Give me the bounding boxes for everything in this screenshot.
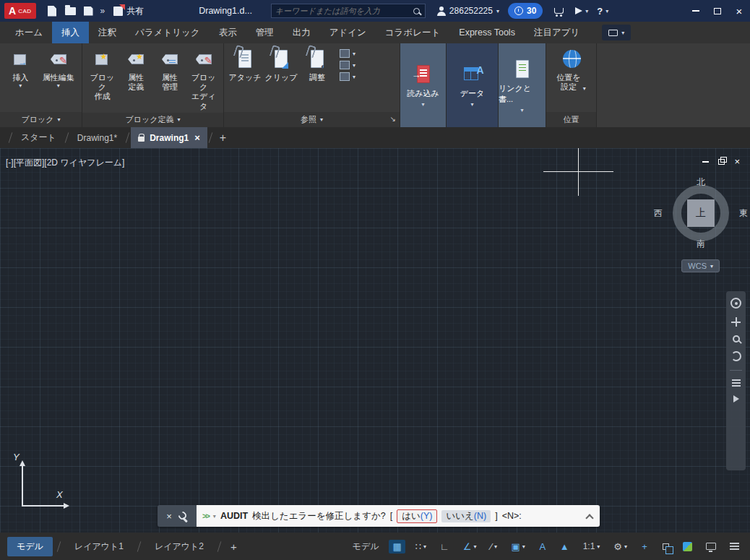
wrench-icon[interactable] — [178, 512, 188, 521]
tab-addins[interactable]: アドイン — [320, 22, 376, 43]
cart-icon[interactable] — [554, 8, 564, 14]
zoom-icon[interactable] — [733, 335, 740, 343]
help-menu[interactable]: ? ▾ — [597, 6, 608, 17]
command-input-area[interactable]: >> ▾ AUDIT 検出したエラーを修正しますか? [ はい (Y) いいえ … — [197, 505, 600, 527]
polar-tracking-toggle[interactable]: ∠▾ — [460, 540, 480, 553]
chevron-down-icon[interactable]: ▾ — [213, 513, 216, 520]
tab-parametric[interactable]: パラメトリック — [126, 22, 210, 43]
model-space-toggle[interactable]: モデル — [349, 538, 383, 555]
save-button[interactable] — [79, 2, 98, 20]
new-layout-button[interactable]: + — [225, 540, 242, 553]
orbit-icon[interactable] — [731, 351, 741, 361]
search-box[interactable] — [271, 4, 426, 18]
search-input[interactable] — [275, 7, 409, 15]
pan-icon[interactable] — [731, 317, 741, 327]
panel-block-title[interactable]: ブロック ▾ — [0, 112, 82, 127]
workspace-switch[interactable]: ⚙▾ — [610, 540, 631, 553]
isodraft-toggle[interactable]: ∕▾ — [486, 540, 501, 553]
file-tab-drawing1[interactable]: Drawing1 × — [131, 127, 207, 148]
viewcube-west-label[interactable]: 西 — [654, 207, 663, 220]
quick-access-expand-button[interactable]: » — [98, 6, 108, 16]
viewcube-top-face[interactable]: 上 — [687, 199, 715, 227]
panel-reference-title[interactable]: 参照 ▾ ↘ — [224, 112, 400, 127]
create-block-button[interactable]: ブロック 作成 — [85, 46, 119, 113]
layout-tab-layout2[interactable]: レイアウト2 — [145, 537, 213, 556]
share-button[interactable]: 共有 — [113, 5, 144, 17]
annotation-monitor-toggle[interactable]: + — [637, 540, 652, 553]
frame-setting-button[interactable]: ▾ — [340, 61, 355, 69]
viewport-close-icon[interactable]: × — [734, 157, 740, 166]
clean-screen-toggle[interactable] — [702, 540, 720, 552]
file-tab-start[interactable]: スタート — [14, 127, 64, 148]
set-location-button[interactable]: 位置を 設定 ▾ — [550, 46, 593, 112]
insert-block-button[interactable]: 挿入 ▾ — [3, 46, 38, 112]
open-file-button[interactable] — [61, 2, 79, 20]
snap-mode-toggle[interactable]: ∷▾ — [412, 540, 430, 553]
manage-attributes-button[interactable]: 属性 管理 — [153, 46, 187, 113]
wcs-dropdown[interactable]: WCS ▾ — [681, 259, 720, 272]
tab-insert[interactable]: 挿入 — [52, 22, 89, 43]
panel-location-title[interactable]: 位置 — [546, 112, 596, 127]
tab-collaborate[interactable]: コラボレート — [376, 22, 449, 43]
tab-view[interactable]: 表示 — [210, 22, 246, 43]
clip-button[interactable]: クリップ — [263, 46, 299, 112]
option-yes-button[interactable]: はい (Y) — [397, 509, 437, 523]
annotation-scale-select[interactable]: 1:1▾ — [579, 539, 604, 553]
customization-menu-button[interactable] — [726, 540, 743, 552]
navigation-wheel-icon[interactable] — [730, 298, 741, 309]
underlay-layers-button[interactable]: ▾ — [340, 49, 355, 58]
file-tab-drawing1-modified[interactable]: Drawing1* — [70, 127, 124, 148]
viewcube-north-label[interactable]: 北 — [697, 176, 705, 189]
define-attributes-button[interactable]: 属性 定義 — [119, 46, 153, 113]
recent-commands-icon[interactable]: >> — [202, 512, 209, 520]
adjust-button[interactable]: 調整 — [299, 46, 335, 112]
tab-featured-apps[interactable]: 注目アプリ — [525, 22, 589, 43]
search-icon[interactable] — [413, 8, 420, 14]
new-file-button[interactable] — [43, 2, 61, 20]
tab-express-tools[interactable]: Express Tools — [449, 22, 525, 43]
data-panel-button[interactable]: A データ ▾ — [447, 43, 499, 127]
panel-block-definition-title[interactable]: ブロック定義 ▾ — [82, 113, 223, 127]
dialog-launcher-icon[interactable]: ↘ — [390, 115, 396, 123]
command-close-icon[interactable]: × — [166, 511, 172, 522]
viewport-restore-icon[interactable] — [718, 159, 725, 165]
showmotion-icon[interactable] — [732, 379, 741, 381]
object-snap-toggle[interactable]: ▣▾ — [507, 540, 528, 553]
attach-button[interactable]: アタッチ — [227, 46, 263, 112]
app-share-menu[interactable]: ▾ — [575, 7, 588, 14]
option-no-button[interactable]: いいえ (N) — [441, 510, 491, 522]
trial-days-badge[interactable]: 30 — [508, 3, 543, 19]
ortho-toggle[interactable]: ∟ — [436, 540, 453, 553]
layout-tab-layout1[interactable]: レイアウト1 — [65, 537, 133, 556]
tab-annotate[interactable]: 注釈 — [89, 22, 126, 43]
import-panel-button[interactable]: → 読み込み ▾ — [400, 43, 447, 127]
autocad-logo[interactable]: A CAD — [4, 3, 36, 19]
close-tab-icon[interactable]: × — [194, 132, 200, 143]
annotation-autoscale-toggle[interactable]: ▲ — [556, 540, 573, 553]
viewcube[interactable]: 上 北 南 西 東 — [665, 177, 737, 249]
viewport-controls-label[interactable]: [-][平面図][2D ワイヤフレーム] — [6, 157, 124, 169]
command-line[interactable]: × >> ▾ AUDIT 検出したエラーを修正しますか? [ はい (Y) いい… — [158, 505, 600, 527]
play-icon[interactable] — [733, 395, 739, 402]
isolate-objects-button[interactable] — [658, 541, 673, 552]
close-button[interactable]: × — [728, 0, 750, 22]
new-drawing-tab-button[interactable]: + — [220, 132, 226, 145]
tab-output[interactable]: 出力 — [283, 22, 320, 43]
tab-manage[interactable]: 管理 — [246, 22, 283, 43]
viewport-minimize-icon[interactable] — [702, 161, 709, 163]
maximize-button[interactable] — [707, 0, 728, 22]
tab-home[interactable]: ホーム — [6, 22, 52, 43]
viewcube-east-label[interactable]: 東 — [739, 207, 748, 220]
minimize-button[interactable] — [685, 0, 707, 22]
annotation-visibility-toggle[interactable]: A — [535, 540, 550, 553]
grid-toggle[interactable]: ▦ — [389, 540, 405, 553]
ribbon-display-toggle[interactable]: ▾ — [602, 25, 631, 40]
layout-tab-model[interactable]: モデル — [7, 537, 53, 556]
expand-history-icon[interactable] — [585, 514, 593, 522]
drawing-canvas[interactable]: [-][平面図][2D ワイヤフレーム] × 上 北 南 西 東 WCS ▾ — [0, 148, 750, 533]
graphics-performance-toggle[interactable] — [679, 540, 696, 553]
block-editor-button[interactable]: ブロック エディタ — [186, 46, 220, 113]
snap-underlay-button[interactable]: ▾ — [340, 72, 355, 81]
viewcube-south-label[interactable]: 南 — [697, 238, 705, 250]
edit-attribute-button[interactable]: 属性編集 ▾ — [38, 46, 79, 112]
